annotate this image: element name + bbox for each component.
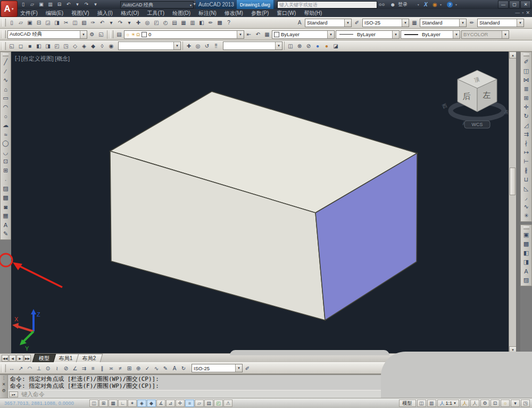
named-views-icon[interactable]: ◱ — [7, 41, 16, 50]
dynamic-ucs-icon[interactable]: ⊿ — [166, 399, 175, 407]
revision-cloud-icon[interactable]: ☁ — [1, 121, 11, 130]
menu-item[interactable]: 帮助(H) — [304, 10, 322, 17]
qat-save-icon[interactable]: ▣ — [37, 1, 45, 8]
send-under-objects-icon[interactable]: ◨ — [521, 257, 531, 267]
dynamic-input-icon[interactable]: ✛ — [176, 399, 185, 407]
design-center-icon[interactable]: ▦ — [179, 19, 188, 27]
table-style-icon[interactable]: ▦ — [410, 19, 419, 27]
menu-item[interactable]: 窗口(W) — [277, 10, 296, 17]
dim-angular-icon[interactable]: ∠ — [71, 364, 79, 372]
trim-icon[interactable]: ∤ — [521, 139, 531, 148]
doc-close-button[interactable]: ✕ — [526, 10, 530, 15]
hatch-to-back-icon[interactable]: ▨ — [521, 276, 531, 285]
properties-palette-icon[interactable]: ▤ — [170, 19, 179, 27]
text-to-front-icon[interactable]: A — [521, 267, 531, 276]
drag-handle-icon[interactable]: ⋮ — [2, 376, 6, 381]
compass-west-label[interactable]: 西 — [442, 103, 448, 110]
dim-style-combo-bottom[interactable]: ISO-25▼ — [192, 364, 243, 372]
selection-cycling-icon[interactable]: ◰ — [214, 399, 223, 407]
toolbar-grip[interactable] — [3, 54, 9, 56]
search-input[interactable] — [278, 2, 377, 7]
first-tab-icon[interactable]: ◀◀ — [2, 355, 9, 362]
coordinate-readout[interactable]: 3657.7013, 2881.1088, 0.0000 — [0, 401, 89, 406]
hatch-icon[interactable]: ▨ — [1, 184, 11, 193]
stretch-icon[interactable]: ⇉ — [521, 130, 531, 139]
dim-ordinate-icon[interactable]: ⊥ — [35, 364, 43, 372]
bring-to-front-icon[interactable]: ▣ — [521, 230, 531, 239]
pan-icon[interactable]: ✚ — [185, 41, 193, 50]
send-to-back-icon[interactable]: ▩ — [521, 239, 531, 248]
line-icon[interactable]: ╱ — [1, 57, 11, 66]
redo-drop-icon[interactable]: ▾ — [125, 19, 134, 27]
annotation-visibility-icon[interactable]: 人 — [460, 399, 469, 407]
quick-view-layouts-icon[interactable]: ◫ — [417, 399, 426, 407]
app-menu-button[interactable]: A▼ — [1, 1, 18, 17]
workspace-combo[interactable]: AutoCAD 经典▼ — [7, 30, 87, 39]
toolbar-grip[interactable] — [523, 227, 529, 229]
prev-tab-icon[interactable]: ◀ — [9, 355, 16, 362]
help-icon[interactable]: ? — [225, 19, 233, 27]
workspace-switcher[interactable]: AutoCAD 经典 ▾ — [120, 1, 194, 9]
free-orbit-icon[interactable]: ↺ — [203, 41, 211, 50]
tool-palettes-icon[interactable]: ▥ — [188, 19, 197, 27]
explode-icon[interactable]: ✳ — [521, 211, 531, 220]
model-space-button[interactable]: 模型 — [399, 399, 416, 407]
linetype-combo[interactable]: ByLayer▼ — [336, 30, 400, 39]
vertical-scrollbar[interactable]: ▲ ▼ — [509, 52, 516, 353]
view-se-isometric-icon[interactable]: ◈ — [80, 41, 88, 50]
vs-realistic-icon[interactable]: ● — [313, 41, 322, 50]
help-icon[interactable]: ? — [447, 1, 453, 8]
tolerance-icon[interactable]: ⊞ — [125, 364, 134, 372]
dim-aligned-icon[interactable]: ↗ — [16, 364, 25, 372]
create-camera-icon[interactable]: ◉ — [107, 41, 115, 50]
mleader-style-icon[interactable]: ✏ — [468, 19, 476, 27]
menu-item[interactable]: 工具(T) — [147, 10, 164, 17]
help-menu-icon[interactable]: ▾ — [455, 1, 457, 8]
vs-2d-wireframe-icon[interactable]: ◫ — [286, 41, 295, 50]
add-selected-icon[interactable]: ✎ — [1, 229, 11, 238]
view-ne-isometric-icon[interactable]: ◆ — [89, 41, 97, 50]
vs-hidden-icon[interactable]: ⊘ — [304, 41, 313, 50]
doc-restore-button[interactable]: ▫ — [522, 10, 523, 15]
erase-icon[interactable]: ✐ — [521, 57, 531, 66]
toolbar-grip[interactable] — [3, 42, 6, 50]
tab-layout1[interactable]: 布局1 — [53, 354, 79, 362]
layer-thaw-icon[interactable]: ☀ — [131, 32, 135, 37]
gradient-icon[interactable]: ▩ — [1, 193, 11, 202]
polygon-icon[interactable]: ⌂ — [1, 85, 11, 94]
dim-style-manager-icon[interactable]: ✐ — [243, 364, 252, 372]
view-front-icon[interactable]: ◰ — [53, 41, 61, 50]
vs-conceptual-icon[interactable]: ● — [322, 41, 331, 50]
dim-style-combo[interactable]: ISO-25▼ — [362, 19, 409, 27]
view-right-icon[interactable]: ◨ — [44, 41, 52, 50]
dim-radius-icon[interactable]: ⊙ — [44, 364, 52, 372]
region-icon[interactable]: ◙ — [1, 202, 11, 211]
dim-break-icon[interactable]: ≠ — [116, 364, 124, 372]
multiline-text-icon[interactable]: A — [1, 220, 11, 229]
copy-clip-icon[interactable]: ◫ — [71, 19, 79, 27]
polar-tracking-icon[interactable]: ✶ — [128, 399, 137, 407]
document-tab[interactable]: Drawing1.dwg — [237, 0, 273, 9]
view-left-icon[interactable]: ◧ — [35, 41, 43, 50]
lineweight-combo[interactable]: ByLayer▼ — [401, 30, 460, 39]
center-mark-icon[interactable]: ⊕ — [134, 364, 143, 372]
pan-realtime-icon[interactable]: ✚ — [134, 19, 143, 27]
recent-commands-icon[interactable]: ▸▾ — [9, 392, 18, 397]
scale-icon[interactable]: ◿ — [521, 121, 531, 130]
match-properties-icon[interactable]: ✑ — [89, 19, 97, 27]
menu-item[interactable]: 文件(F) — [20, 10, 38, 17]
qat-open-icon[interactable]: ▱ — [28, 1, 36, 8]
save-icon[interactable]: ▣ — [26, 19, 34, 27]
quick-properties-icon[interactable]: ▤ — [204, 399, 213, 407]
break-icon[interactable]: ∦ — [521, 166, 531, 175]
qat-new-icon[interactable]: ▯ — [19, 1, 27, 8]
login-menu-icon[interactable]: · ▾ — [415, 1, 419, 8]
paste-icon[interactable]: ▧ — [80, 19, 88, 27]
zoom-previous-icon[interactable]: ◴ — [161, 19, 170, 27]
qat-plot-icon[interactable]: ⊟ — [55, 1, 63, 8]
quick-view-drawings-icon[interactable]: ▥ — [427, 399, 436, 407]
dim-jogged-linear-icon[interactable]: ∿ — [152, 364, 161, 372]
menu-item[interactable]: 插入(I) — [97, 10, 112, 17]
circle-icon[interactable]: ○ — [1, 112, 11, 121]
exchange-apps-icon[interactable]: X — [424, 1, 428, 8]
